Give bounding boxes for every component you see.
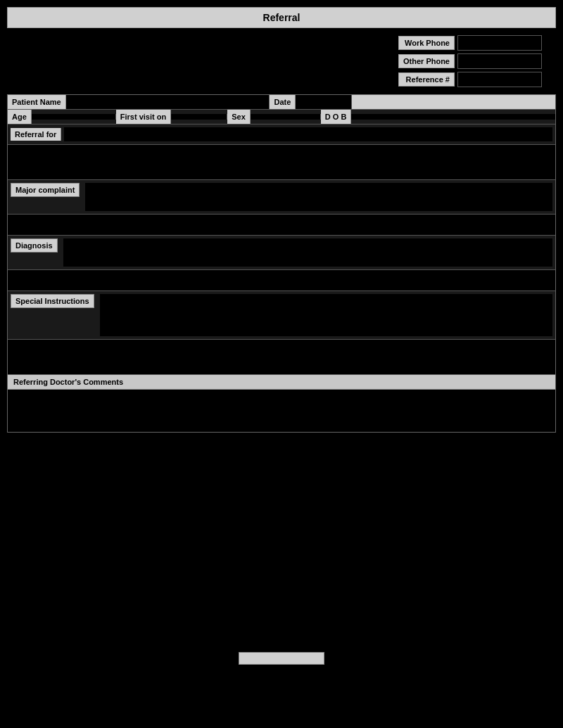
phone-fields-group: Work Phone Other Phone Reference #	[398, 35, 542, 87]
sex-label: Sex	[227, 110, 251, 124]
major-complaint-row: Major complaint	[8, 180, 555, 215]
special-instructions-label: Special Instructions	[11, 294, 94, 308]
major-complaint-value[interactable]	[85, 183, 552, 211]
page-title: Referral	[7, 7, 556, 28]
other-phone-label: Other Phone	[398, 54, 455, 68]
date-label: Date	[270, 95, 296, 109]
work-phone-label: Work Phone	[398, 36, 455, 50]
diagnosis-value[interactable]	[63, 238, 552, 267]
work-phone-value[interactable]	[457, 35, 542, 51]
referral-for-label: Referral for	[11, 128, 61, 141]
work-phone-row: Work Phone	[398, 35, 542, 51]
first-visit-value[interactable]	[171, 114, 227, 120]
bottom-area	[7, 433, 556, 679]
referral-for-row: Referral for	[8, 124, 555, 145]
patient-name-row: Patient Name Date	[8, 95, 555, 110]
date-value[interactable]	[296, 95, 352, 109]
other-phone-row: Other Phone	[398, 53, 542, 69]
black-spacer-2	[8, 215, 555, 236]
main-form: Patient Name Date Age First visit on Sex…	[7, 94, 556, 433]
referral-for-value[interactable]	[64, 127, 552, 141]
sex-value[interactable]	[251, 114, 321, 120]
special-instructions-row: Special Instructions	[8, 291, 555, 340]
bottom-button[interactable]	[239, 652, 324, 665]
dob-label: D O B	[321, 110, 352, 124]
diagnosis-row: Diagnosis	[8, 236, 555, 270]
patient-name-label: Patient Name	[8, 95, 66, 109]
dob-value[interactable]	[351, 114, 555, 120]
phone-fields-section: Work Phone Other Phone Reference #	[7, 35, 556, 87]
diagnosis-label: Diagnosis	[11, 238, 58, 253]
patient-id-value[interactable]	[352, 95, 555, 109]
referring-doctor-header: Referring Doctor's Comments	[8, 375, 555, 390]
major-complaint-label: Major complaint	[11, 183, 80, 197]
page-container: Referral Work Phone Other Phone Referenc…	[0, 0, 563, 728]
other-phone-value[interactable]	[457, 53, 542, 69]
reference-value[interactable]	[457, 72, 542, 87]
special-instructions-value[interactable]	[100, 294, 552, 336]
age-label: Age	[8, 110, 32, 124]
black-spacer-1	[8, 145, 555, 180]
age-value[interactable]	[32, 114, 116, 120]
black-spacer-3	[8, 270, 555, 291]
patient-name-value[interactable]	[66, 95, 270, 109]
referring-doctor-content[interactable]	[8, 390, 555, 432]
first-visit-label: First visit on	[116, 110, 171, 124]
reference-label: Reference #	[398, 72, 455, 87]
black-spacer-4	[8, 340, 555, 375]
reference-row: Reference #	[398, 72, 542, 87]
info-row: Age First visit on Sex D O B	[8, 110, 555, 124]
